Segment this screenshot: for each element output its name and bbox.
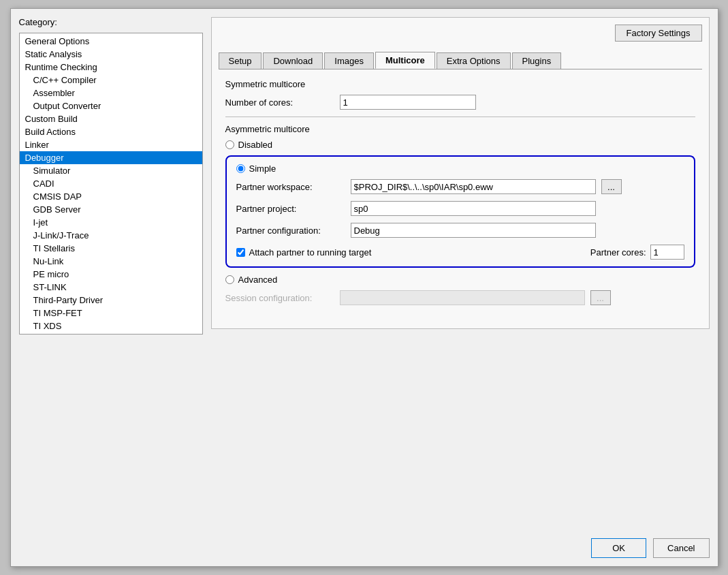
radio-advanced-label: Advanced bbox=[238, 275, 278, 285]
dialog-top: Category: General OptionsStatic Analysis… bbox=[19, 17, 710, 531]
divider1 bbox=[225, 116, 695, 117]
category-item[interactable]: CADI bbox=[20, 177, 202, 190]
category-item[interactable]: ST-LINK bbox=[20, 281, 202, 294]
partner-cores-row: Partner cores: bbox=[590, 245, 684, 260]
category-item[interactable]: Build Actions bbox=[20, 125, 202, 138]
partner-workspace-input[interactable] bbox=[351, 179, 596, 194]
session-config-label: Session configuration: bbox=[225, 293, 334, 303]
partner-workspace-row: Partner workspace: ... bbox=[236, 179, 684, 194]
tab-images[interactable]: Images bbox=[324, 52, 374, 69]
category-item[interactable]: PE micro bbox=[20, 268, 202, 281]
category-item[interactable]: TI Stellaris bbox=[20, 242, 202, 255]
attach-checkbox[interactable] bbox=[236, 248, 245, 257]
right-panel: Factory Settings SetupDownloadImagesMult… bbox=[211, 17, 710, 329]
category-list: General OptionsStatic AnalysisRuntime Ch… bbox=[19, 33, 203, 335]
radio-simple-label: Simple bbox=[249, 164, 276, 174]
simple-box: Simple Partner workspace: ... Partner pr… bbox=[225, 155, 695, 268]
category-item[interactable]: General Options bbox=[20, 35, 202, 48]
category-item[interactable]: CMSIS DAP bbox=[20, 190, 202, 203]
num-cores-input[interactable] bbox=[340, 95, 476, 110]
category-item[interactable]: Nu-Link bbox=[20, 255, 202, 268]
symmetric-section-label: Symmetric multicore bbox=[225, 79, 695, 89]
tab-download[interactable]: Download bbox=[263, 52, 323, 69]
radio-advanced[interactable] bbox=[225, 275, 234, 284]
radio-disabled-row: Disabled bbox=[225, 140, 695, 150]
radio-disabled-label: Disabled bbox=[238, 140, 273, 150]
num-cores-row: Number of cores: bbox=[225, 95, 695, 110]
partner-cores-label: Partner cores: bbox=[590, 247, 646, 258]
partner-project-row: Partner project: bbox=[236, 201, 684, 216]
tabs-row: SetupDownloadImagesMulticoreExtra Option… bbox=[219, 52, 702, 69]
category-item[interactable]: Static Analysis bbox=[20, 48, 202, 61]
partner-config-row: Partner configuration: bbox=[236, 223, 684, 238]
category-item[interactable]: J-Link/J-Trace bbox=[20, 229, 202, 242]
radio-advanced-row: Advanced bbox=[225, 275, 695, 285]
radio-disabled[interactable] bbox=[225, 140, 234, 149]
category-item[interactable]: Assembler bbox=[20, 87, 202, 99]
session-config-input bbox=[340, 290, 585, 305]
tab-content: Symmetric multicore Number of cores: Asy… bbox=[219, 69, 702, 322]
left-panel: Category: General OptionsStatic Analysis… bbox=[19, 17, 203, 335]
cancel-button[interactable]: Cancel bbox=[653, 538, 709, 558]
partner-workspace-browse-btn[interactable]: ... bbox=[601, 179, 622, 194]
ok-button[interactable]: OK bbox=[591, 538, 646, 558]
category-item[interactable]: Simulator bbox=[20, 164, 202, 177]
partner-project-label: Partner project: bbox=[236, 204, 345, 214]
category-item[interactable]: C/C++ Compiler bbox=[20, 74, 202, 87]
attach-cores-row: Attach partner to running target Partner… bbox=[236, 245, 684, 260]
attach-label: Attach partner to running target bbox=[249, 247, 372, 258]
category-item[interactable]: Output Converter bbox=[20, 99, 202, 112]
category-item[interactable]: Custom Build bbox=[20, 112, 202, 125]
category-item[interactable]: Third-Party Driver bbox=[20, 294, 202, 307]
partner-config-input[interactable] bbox=[351, 223, 596, 238]
tab-multicore[interactable]: Multicore bbox=[375, 52, 435, 69]
category-item[interactable]: Linker bbox=[20, 138, 202, 151]
session-config-row: Session configuration: ... bbox=[225, 290, 695, 305]
category-label: Category: bbox=[19, 17, 203, 27]
category-item[interactable]: TI MSP-FET bbox=[20, 307, 202, 320]
asymmetric-section-label: Asymmetric multicore bbox=[225, 124, 695, 134]
dialog-bottom: OK Cancel bbox=[19, 531, 710, 558]
category-item[interactable]: Debugger bbox=[20, 151, 202, 164]
category-item[interactable]: Runtime Checking bbox=[20, 61, 202, 74]
category-item[interactable]: GDB Server bbox=[20, 203, 202, 216]
tab-setup[interactable]: Setup bbox=[219, 52, 262, 69]
tab-plugins[interactable]: Plugins bbox=[512, 52, 562, 69]
tab-extra-options[interactable]: Extra Options bbox=[437, 52, 511, 69]
category-item[interactable]: TI XDS bbox=[20, 320, 202, 332]
partner-cores-input[interactable] bbox=[650, 245, 684, 260]
partner-project-input[interactable] bbox=[351, 201, 596, 216]
radio-simple-row: Simple bbox=[236, 164, 684, 174]
session-config-browse-btn: ... bbox=[590, 290, 611, 305]
category-item[interactable]: I-jet bbox=[20, 216, 202, 229]
attach-checkbox-row: Attach partner to running target bbox=[236, 247, 372, 258]
factory-settings-button[interactable]: Factory Settings bbox=[615, 25, 702, 42]
partner-config-label: Partner configuration: bbox=[236, 226, 345, 236]
main-dialog: Category: General OptionsStatic Analysis… bbox=[10, 8, 718, 567]
num-cores-label: Number of cores: bbox=[225, 97, 334, 108]
partner-workspace-label: Partner workspace: bbox=[236, 182, 345, 192]
radio-simple[interactable] bbox=[236, 164, 245, 173]
